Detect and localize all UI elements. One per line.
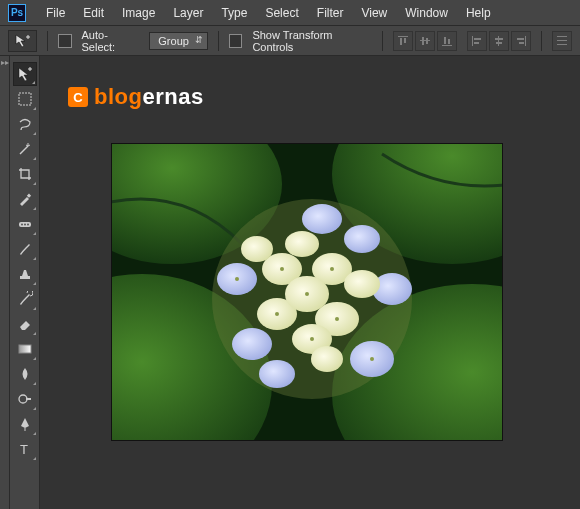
svg-rect-13 — [495, 38, 503, 40]
svg-point-58 — [275, 312, 279, 316]
svg-point-59 — [335, 317, 339, 321]
menu-image[interactable]: Image — [114, 3, 163, 23]
svg-rect-27 — [20, 276, 30, 279]
menu-select[interactable]: Select — [257, 3, 306, 23]
svg-rect-18 — [557, 36, 567, 37]
menu-file[interactable]: File — [38, 3, 73, 23]
svg-rect-10 — [474, 38, 481, 40]
align-group-vertical — [393, 31, 457, 51]
svg-point-54 — [285, 231, 319, 257]
svg-point-45 — [344, 225, 380, 253]
svg-rect-14 — [496, 42, 502, 44]
toolbox: T — [10, 56, 40, 509]
svg-rect-2 — [404, 38, 406, 43]
svg-rect-9 — [472, 36, 473, 46]
svg-point-55 — [311, 346, 343, 372]
svg-point-60 — [305, 292, 309, 296]
menu-filter[interactable]: Filter — [309, 3, 352, 23]
marquee-tool[interactable] — [13, 87, 37, 111]
eyedropper-tool[interactable] — [13, 187, 37, 211]
svg-point-44 — [259, 360, 295, 388]
svg-rect-0 — [398, 36, 408, 37]
menu-bar: Ps File Edit Image Layer Type Select Fil… — [0, 0, 580, 26]
show-transform-label: Show Transform Controls — [252, 29, 372, 53]
svg-rect-28 — [19, 345, 31, 353]
active-tool-indicator[interactable] — [8, 30, 37, 52]
align-bottom-button[interactable] — [437, 31, 457, 51]
separator — [218, 31, 219, 51]
menu-view[interactable]: View — [353, 3, 395, 23]
svg-point-63 — [370, 357, 374, 361]
pen-tool[interactable] — [13, 412, 37, 436]
svg-rect-22 — [26, 194, 30, 198]
svg-rect-12 — [498, 36, 499, 46]
eraser-tool[interactable] — [13, 312, 37, 336]
svg-rect-17 — [519, 42, 524, 44]
svg-rect-19 — [557, 40, 567, 41]
align-top-button[interactable] — [393, 31, 413, 51]
panel-grip[interactable]: ▸▸ — [0, 56, 10, 509]
svg-point-26 — [27, 224, 29, 226]
app-icon: Ps — [8, 4, 26, 22]
blur-tool[interactable] — [13, 362, 37, 386]
svg-rect-7 — [444, 37, 446, 44]
svg-point-40 — [232, 328, 272, 360]
document-image[interactable] — [112, 144, 502, 440]
clone-stamp-tool[interactable] — [13, 262, 37, 286]
dodge-tool[interactable] — [13, 387, 37, 411]
svg-point-62 — [235, 277, 239, 281]
svg-rect-16 — [517, 38, 524, 40]
watermark: C blogernas — [68, 84, 204, 110]
separator — [382, 31, 383, 51]
svg-point-24 — [21, 224, 23, 226]
align-right-button[interactable] — [511, 31, 531, 51]
move-tool[interactable] — [13, 62, 37, 86]
options-bar: Auto-Select: Group Show Transform Contro… — [0, 26, 580, 56]
distribute-group — [552, 31, 572, 51]
svg-rect-1 — [400, 38, 402, 45]
history-brush-tool[interactable] — [13, 287, 37, 311]
auto-select-checkbox[interactable] — [58, 34, 72, 48]
menu-type[interactable]: Type — [213, 3, 255, 23]
menu-help[interactable]: Help — [458, 3, 499, 23]
svg-rect-15 — [525, 36, 526, 46]
align-left-button[interactable] — [467, 31, 487, 51]
separator — [541, 31, 542, 51]
svg-point-52 — [241, 236, 273, 262]
gradient-tool[interactable] — [13, 337, 37, 361]
align-hcenter-button[interactable] — [489, 31, 509, 51]
svg-rect-5 — [426, 38, 428, 44]
healing-brush-tool[interactable] — [13, 212, 37, 236]
auto-select-label: Auto-Select: — [82, 29, 140, 53]
menu-layer[interactable]: Layer — [165, 3, 211, 23]
show-transform-checkbox[interactable] — [229, 34, 243, 48]
magic-wand-tool[interactable] — [13, 137, 37, 161]
crop-tool[interactable] — [13, 162, 37, 186]
target-dropdown[interactable]: Group — [149, 32, 208, 50]
svg-rect-3 — [420, 40, 430, 41]
svg-point-56 — [280, 267, 284, 271]
align-group-horizontal — [467, 31, 531, 51]
svg-point-43 — [302, 204, 342, 234]
brush-tool[interactable] — [13, 237, 37, 261]
lasso-tool[interactable] — [13, 112, 37, 136]
svg-point-25 — [24, 224, 26, 226]
svg-rect-20 — [557, 44, 567, 45]
svg-point-61 — [310, 337, 314, 341]
canvas-area[interactable]: C blogernas — [40, 56, 580, 509]
brand-badge-icon: C — [68, 87, 88, 107]
align-vcenter-button[interactable] — [415, 31, 435, 51]
svg-rect-8 — [448, 39, 450, 44]
svg-rect-6 — [442, 45, 452, 46]
menu-window[interactable]: Window — [397, 3, 456, 23]
svg-rect-4 — [422, 37, 424, 45]
svg-rect-11 — [474, 42, 479, 44]
distribute-button[interactable] — [552, 31, 572, 51]
brand-text: blogernas — [94, 84, 204, 110]
separator — [47, 31, 48, 51]
svg-point-29 — [19, 395, 27, 403]
menu-edit[interactable]: Edit — [75, 3, 112, 23]
type-tool[interactable]: T — [13, 437, 37, 461]
svg-point-57 — [330, 267, 334, 271]
svg-point-53 — [344, 270, 380, 298]
